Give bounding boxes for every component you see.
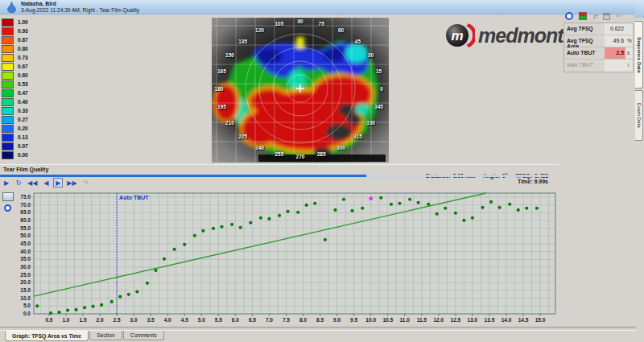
svg-text:14.5: 14.5 — [518, 317, 529, 323]
scale-value: 0.67 — [18, 64, 28, 69]
bottom-tab-section[interactable]: Section — [89, 331, 122, 340]
svg-text:3.5: 3.5 — [147, 317, 155, 323]
stat-label: Man TBUT — [564, 60, 605, 72]
medmont-logo-text: medmont — [478, 24, 564, 47]
skip-start-button[interactable]: ◀◀ — [26, 178, 39, 187]
stat-row-avg-tfsq: Avg TFSQ0.622 — [564, 23, 633, 35]
sort-icon[interactable]: ↓↑ — [592, 13, 597, 20]
side-tab-exam-data[interactable]: Exam Data — [634, 90, 643, 141]
stat-unit: s — [625, 60, 633, 72]
bottom-tab-graph-tfsq-area-vs-time[interactable]: Graph: TFSQ Area vs Time — [5, 331, 89, 341]
stat-unit: s — [625, 47, 633, 59]
stat-value — [605, 60, 625, 72]
skip-end-button[interactable]: ▶▶ — [65, 178, 78, 187]
svg-text:9.0: 9.0 — [333, 317, 341, 323]
scale-value: 0.87 — [18, 37, 28, 43]
exam-toolbar: ↓↑ ↶ — [565, 10, 633, 22]
svg-text:35.0: 35.0 — [20, 256, 31, 262]
svg-text:45.0: 45.0 — [20, 241, 31, 246]
time-slider[interactable] — [0, 175, 550, 177]
svg-text:m: m — [451, 28, 463, 43]
svg-text:2.5: 2.5 — [114, 317, 121, 323]
side-strip-cap — [634, 0, 644, 18]
svg-text:5.5: 5.5 — [215, 317, 222, 323]
medmont-tear-film-window: Natasha, Bird 3-Aug-2022 11:24:39 AM; Ri… — [0, 0, 644, 342]
patient-name: Natasha, Bird — [21, 1, 56, 6]
svg-text:70.0: 70.0 — [20, 202, 31, 208]
step-forward-button[interactable]: ▶ — [53, 178, 63, 187]
color-scale-icon[interactable] — [579, 12, 587, 20]
scale-swatch — [2, 36, 14, 44]
stat-unit: % — [625, 35, 633, 47]
scale-row: 0.47 — [2, 89, 37, 97]
exam-description: 3-Aug-2022 11:24:39 AM; Right - Tear Fil… — [21, 7, 139, 13]
scale-row: 0.60 — [2, 71, 37, 80]
svg-text:14.0: 14.0 — [502, 317, 512, 323]
svg-text:10.0: 10.0 — [365, 317, 376, 323]
scale-value: 0.93 — [18, 28, 28, 34]
scale-value: 0.00 — [18, 152, 28, 158]
svg-text:7.5: 7.5 — [283, 317, 290, 323]
scale-row: 0.20 — [2, 124, 37, 133]
svg-text:4.0: 4.0 — [164, 317, 171, 323]
side-tab-sequence-data[interactable]: Sequence Data — [634, 21, 643, 89]
bottom-tab-bar: Graph: TFSQ Area vs TimeSectionComments — [5, 331, 165, 342]
svg-text:25.0: 25.0 — [20, 272, 31, 278]
svg-text:7.0: 7.0 — [266, 317, 273, 323]
transport-bar: ▶↻◀◀◀▶▶▶↷ Time: 9.99s — [0, 178, 559, 189]
scale-value: 1.00 — [18, 19, 28, 25]
svg-text:Auto TBUT: Auto TBUT — [119, 195, 149, 200]
color-scale: 1.000.930.870.800.730.670.600.530.470.40… — [2, 18, 37, 159]
svg-text:2.0: 2.0 — [97, 317, 104, 323]
scale-row: 0.67 — [2, 62, 37, 71]
scale-value: 0.60 — [18, 72, 28, 78]
scale-row: 0.07 — [2, 142, 37, 150]
svg-text:12.5: 12.5 — [451, 317, 461, 323]
scale-swatch — [2, 89, 14, 97]
svg-text:5.0: 5.0 — [198, 317, 205, 323]
jog-button[interactable]: ↷ — [81, 178, 91, 187]
scale-value: 0.13 — [18, 134, 28, 140]
transport-buttons: ▶↻◀◀◀▶▶▶↷ — [2, 178, 91, 187]
scale-value: 0.20 — [18, 126, 28, 131]
map-ruler — [258, 155, 386, 162]
play-button[interactable]: ▶ — [2, 178, 11, 187]
scale-swatch — [2, 63, 14, 71]
scale-swatch — [2, 125, 14, 133]
medmont-logo-mark: m — [444, 21, 475, 50]
scale-row: 0.27 — [2, 115, 37, 124]
svg-text:65.0: 65.0 — [20, 209, 31, 215]
step-back-button[interactable]: ◀ — [41, 178, 51, 187]
tfsq-area-chart[interactable]: Auto TBUT0.51.01.52.02.53.03.54.04.55.05… — [0, 190, 559, 327]
save-icon[interactable] — [603, 13, 610, 20]
scale-row: 0.87 — [2, 35, 37, 44]
stats-table: Avg TFSQ0.622Avg TFSQ Area49.6%Auto TBUT… — [564, 23, 634, 72]
side-tab-strip: Sequence DataExam Data — [634, 0, 644, 342]
time-readout: Time: 9.99s — [518, 179, 548, 184]
svg-text:55.0: 55.0 — [20, 225, 31, 231]
scale-swatch — [2, 19, 14, 27]
scale-value: 0.80 — [18, 46, 28, 52]
svg-text:12.0: 12.0 — [434, 317, 444, 323]
scale-swatch — [2, 107, 14, 115]
scale-row: 0.00 — [2, 150, 37, 159]
topography-map[interactable]: 0153045607590105120135150165180195210225… — [212, 18, 389, 163]
svg-text:3.0: 3.0 — [130, 317, 138, 323]
scale-value: 0.07 — [18, 143, 28, 149]
bottom-tab-comments[interactable]: Comments — [123, 331, 164, 340]
undo-icon[interactable]: ↶ — [616, 12, 622, 20]
svg-text:0.5: 0.5 — [45, 317, 52, 323]
svg-text:6.0: 6.0 — [232, 317, 239, 323]
svg-text:8.5: 8.5 — [316, 317, 324, 323]
svg-text:11.0: 11.0 — [400, 317, 411, 323]
loop-button[interactable]: ↻ — [14, 178, 23, 187]
scale-row: 0.80 — [2, 44, 37, 53]
svg-text:0.0: 0.0 — [23, 311, 31, 316]
svg-text:1.0: 1.0 — [62, 317, 69, 323]
settings-icon[interactable] — [565, 12, 573, 20]
scale-row: 0.93 — [2, 27, 37, 35]
scale-swatch — [2, 72, 14, 80]
stat-label: Avg TFSQ — [564, 23, 605, 35]
svg-text:15.0: 15.0 — [535, 317, 546, 323]
section-title: Tear Film Quality — [3, 167, 48, 172]
